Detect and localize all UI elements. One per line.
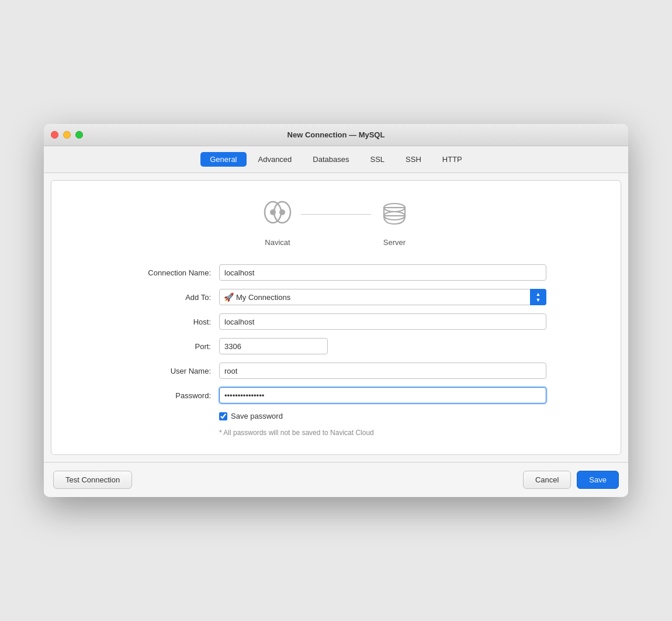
title-bar: New Connection — MySQL <box>44 124 628 146</box>
bottom-bar: Test Connection Cancel Save <box>44 462 628 497</box>
navicat-label: Navicat <box>265 238 290 247</box>
traffic-lights <box>51 131 83 139</box>
main-window: New Connection — MySQL General Advanced … <box>44 124 628 497</box>
username-label: User Name: <box>126 367 219 375</box>
save-password-label[interactable]: Save password <box>231 412 283 420</box>
save-button[interactable]: Save <box>577 471 619 489</box>
connection-line <box>301 214 371 215</box>
svg-point-3 <box>279 209 285 215</box>
server-icon <box>377 198 412 233</box>
add-to-select[interactable]: My Connections <box>219 289 546 305</box>
tabs-bar: General Advanced Databases SSL SSH HTTP <box>44 146 628 173</box>
host-label: Host: <box>126 318 219 326</box>
test-connection-button[interactable]: Test Connection <box>53 471 132 489</box>
connection-name-row: Connection Name: <box>126 264 546 281</box>
host-row: Host: <box>126 313 546 330</box>
add-to-label: Add To: <box>126 293 219 302</box>
password-label: Password: <box>126 391 219 400</box>
server-label: Server <box>383 238 406 247</box>
connection-illustration: Navicat Server <box>75 198 597 247</box>
add-to-dropdown-wrapper: 🚀 My Connections ▲ ▼ <box>219 289 546 305</box>
tab-http[interactable]: HTTP <box>433 152 472 167</box>
svg-point-2 <box>270 209 276 215</box>
close-button[interactable] <box>51 131 58 139</box>
tab-general[interactable]: General <box>200 152 246 167</box>
save-password-checkbox[interactable] <box>219 412 227 420</box>
window-title: New Connection — MySQL <box>287 130 385 139</box>
navicat-item: Navicat <box>260 198 295 247</box>
server-item: Server <box>377 198 412 247</box>
connection-name-input[interactable] <box>219 264 546 281</box>
username-row: User Name: <box>126 363 546 379</box>
action-buttons: Cancel Save <box>523 471 619 489</box>
navicat-icon <box>260 198 295 233</box>
port-label: Port: <box>126 342 219 351</box>
connection-name-label: Connection Name: <box>126 268 219 277</box>
maximize-button[interactable] <box>75 131 83 139</box>
tab-ssl[interactable]: SSL <box>361 152 394 167</box>
password-row: Password: <box>126 387 546 403</box>
connection-form: Connection Name: Add To: 🚀 My Connection… <box>126 264 546 437</box>
password-input[interactable] <box>219 387 546 403</box>
minimize-button[interactable] <box>63 131 71 139</box>
host-input[interactable] <box>219 313 546 330</box>
port-row: Port: <box>126 338 546 354</box>
add-to-row: Add To: 🚀 My Connections ▲ ▼ <box>126 289 546 305</box>
content-area: Navicat Server Connection Name: <box>51 180 621 455</box>
port-input[interactable] <box>219 338 328 354</box>
tab-advanced[interactable]: Advanced <box>249 152 302 167</box>
tab-ssh[interactable]: SSH <box>396 152 431 167</box>
username-input[interactable] <box>219 363 546 379</box>
password-note: * All passwords will not be saved to Nav… <box>219 429 546 437</box>
cancel-button[interactable]: Cancel <box>523 471 571 489</box>
save-password-row: Save password <box>219 412 546 420</box>
tab-databases[interactable]: Databases <box>303 152 358 167</box>
